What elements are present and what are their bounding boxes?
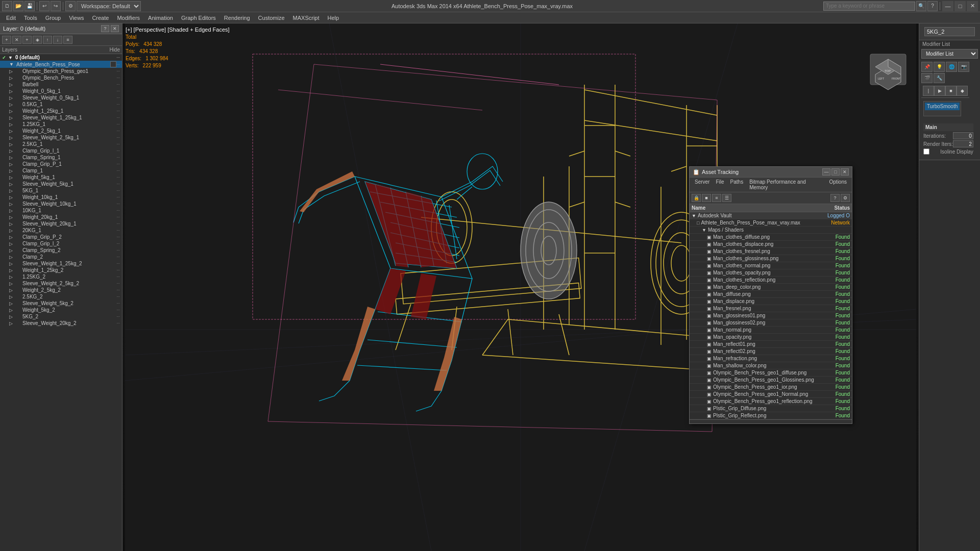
layer-row[interactable]: ▷ Weight_1_25kg_1 ··· xyxy=(0,108,122,114)
layer-row[interactable]: ▷ Sleeve_Weight_1_25kg_2 ··· xyxy=(0,260,122,267)
redo-btn[interactable]: ↪ xyxy=(51,1,61,11)
layers-list[interactable]: ✓ ▼ 0 (default) ··· ▼ Athlete_Bench_Pres… xyxy=(0,54,122,551)
minimize-btn[interactable]: — xyxy=(942,1,953,11)
render-setup-btn[interactable]: ⚙ xyxy=(65,1,76,11)
at-row[interactable]: ▣ Olympic_Bench_Press_geo1_Glossines.png… xyxy=(690,377,852,384)
menu-group[interactable]: Group xyxy=(41,14,65,22)
layer-row[interactable]: ▷ Sleeve_Weight_20kg_2 ··· xyxy=(0,320,122,327)
at-row[interactable]: ▣ Man_clothes_diffuse.png Found xyxy=(690,234,852,241)
layer-sel-btn[interactable]: ◈ xyxy=(33,36,42,44)
layer-move2-btn[interactable]: ↓ xyxy=(53,36,62,44)
search-btn[interactable]: 🔍 xyxy=(916,1,926,11)
maximize-btn[interactable]: □ xyxy=(954,1,966,11)
menu-tools[interactable]: Tools xyxy=(20,14,41,22)
mod-render-btn[interactable]: 🎬 xyxy=(921,73,933,83)
new-btn[interactable]: 🗋 xyxy=(2,1,12,11)
at-row[interactable]: ▣ Man_clothes_glossiness.png Found xyxy=(690,255,852,262)
at-row[interactable]: ▣ Plstic_Grip_Reflect.png Found xyxy=(690,412,852,419)
layer-row[interactable]: ▷ Sleeve_Weight_20kg_1 ··· xyxy=(0,220,122,227)
layer-row[interactable]: ▷ Olympic_Bench_Press_geo1 ··· xyxy=(0,68,122,74)
at-row[interactable]: ▣ Man_fresnel.png Found xyxy=(690,305,852,312)
at-help-btn[interactable]: ? xyxy=(830,194,840,202)
modifier-turbosmooth[interactable]: TurboSmooth xyxy=(925,103,960,110)
menu-modifiers[interactable]: Modifiers xyxy=(113,14,144,22)
mod-tool3[interactable]: ■ xyxy=(945,86,957,96)
at-row[interactable]: ▣ Man_reflect01.png Found xyxy=(690,341,852,348)
layer-row[interactable]: ▷ Weight_2_5kg_2 ··· xyxy=(0,287,122,293)
at-row[interactable]: ▣ Man_glossiness02.png Found xyxy=(690,319,852,327)
mod-util-btn[interactable]: 🔧 xyxy=(934,73,945,83)
at-row[interactable]: □ Athlete_Bench_Press_Pose_max_vray.max … xyxy=(690,219,852,227)
at-row[interactable]: ▼ Autodesk Vault Logged O xyxy=(690,212,852,219)
at-btn4[interactable]: ☰ xyxy=(722,194,731,202)
object-name-field[interactable] xyxy=(924,27,975,36)
layer-row[interactable]: ▷ Sleeve_Weight_2_5kg_2 ··· xyxy=(0,280,122,287)
mod-tool2[interactable]: ▶ xyxy=(934,86,945,96)
at-row[interactable]: ▣ Man_glossiness01.png Found xyxy=(690,312,852,319)
mod-tool1[interactable]: | xyxy=(923,86,934,96)
layer-row[interactable]: ▷ Clamp_Grip_l_1 ··· xyxy=(0,147,122,154)
mod-pin-btn[interactable]: 📌 xyxy=(921,62,933,72)
at-row[interactable]: ▣ Man_clothes_reflection.png Found xyxy=(690,277,852,284)
layer-row[interactable]: ▷ Clamp_Spring_2 ··· xyxy=(0,247,122,254)
layer-row[interactable]: ▷ 20KG_1 ··· xyxy=(0,227,122,234)
layer-del-btn[interactable]: ✕ xyxy=(12,36,21,44)
layer-row[interactable]: ▷ Clamp_Spring_1 ··· xyxy=(0,154,122,161)
layer-row[interactable]: ▷ 5KG_1 ··· xyxy=(0,187,122,194)
workspace-dropdown[interactable]: Workspace: Default xyxy=(77,1,141,11)
menu-rendering[interactable]: Rendering xyxy=(220,14,254,22)
asset-scrollbar[interactable] xyxy=(690,419,852,423)
layer-row[interactable]: ▷ Sleeve_Weight_2_5kg_1 ··· xyxy=(0,134,122,141)
layer-row[interactable]: ▷ Sleeve_Weight_1_25kg_1 ··· xyxy=(0,114,122,121)
iterations-input[interactable] xyxy=(953,132,973,139)
layer-row[interactable]: ▷ Weight_20kg_1 ··· xyxy=(0,214,122,220)
at-menu-options[interactable]: Options xyxy=(826,178,850,191)
layer-row[interactable]: ▷ 2.5KG_2 ··· xyxy=(0,293,122,300)
layer-row[interactable]: ▷ Weight_2_5kg_1 ··· xyxy=(0,128,122,134)
layer-close-btn[interactable]: ✕ xyxy=(111,25,119,32)
render-iters-input[interactable] xyxy=(953,140,973,147)
layer-row[interactable]: ▷ Clamp_2 ··· xyxy=(0,254,122,260)
close-btn[interactable]: ✕ xyxy=(967,1,978,11)
layer-help-btn[interactable]: ? xyxy=(101,25,109,32)
layer-new-btn[interactable]: + xyxy=(2,36,11,44)
layer-row[interactable]: ▷ Clamp_1 ··· xyxy=(0,167,122,174)
layer-add-btn[interactable]: + xyxy=(22,36,32,44)
isoline-checkbox[interactable] xyxy=(923,148,929,155)
at-menu-file[interactable]: File xyxy=(713,178,727,191)
layer-row[interactable]: ▷ Weight_5kg_2 ··· xyxy=(0,307,122,313)
at-row[interactable]: ▣ Olympic_Bench_Press_geo1_diffuse.png F… xyxy=(690,369,852,377)
layer-row[interactable]: ▷ 1.25KG_1 ··· xyxy=(0,121,122,128)
layer-row[interactable]: ▼ Athlete_Bench_Press_Pose ··· xyxy=(0,61,122,68)
menu-customize[interactable]: Customize xyxy=(254,14,289,22)
layer-row[interactable]: ▷ 10KG_1 ··· xyxy=(0,207,122,214)
search-input[interactable] xyxy=(823,2,915,11)
layer-row[interactable]: ▷ Weight_0_5kg_1 ··· xyxy=(0,88,122,94)
save-btn[interactable]: 💾 xyxy=(24,1,35,11)
layer-props-btn[interactable]: ≡ xyxy=(63,36,72,44)
layer-row[interactable]: ▷ Weight_5kg_1 ··· xyxy=(0,174,122,181)
at-row[interactable]: ▣ Man_displace.png Found xyxy=(690,298,852,305)
at-row[interactable]: ▣ Man_opacity.png Found xyxy=(690,334,852,341)
layer-row[interactable]: ▷ Barbell ··· xyxy=(0,81,122,88)
menu-animation[interactable]: Animation xyxy=(144,14,177,22)
open-btn[interactable]: 📂 xyxy=(13,1,23,11)
at-menu-server[interactable]: Server xyxy=(692,178,713,191)
at-close-btn[interactable]: ✕ xyxy=(841,168,849,176)
at-row[interactable]: ▣ Man_deep_color.png Found xyxy=(690,284,852,291)
at-minimize-btn[interactable]: — xyxy=(822,168,830,176)
layer-row[interactable]: ▷ 2.5KG_1 ··· xyxy=(0,141,122,147)
at-row[interactable]: ▣ Man_clothes_fresnel.png Found xyxy=(690,248,852,255)
at-btn2[interactable]: ■ xyxy=(702,194,711,202)
at-row[interactable]: ▣ Olympic_Bench_Press_geo1_ior.png Found xyxy=(690,384,852,391)
viewport[interactable]: TOP LEFT FRONT [+] [Perspective] [Shaded… xyxy=(122,23,919,551)
layer-row[interactable]: ▷ Sleeve_Weight_5kg_2 ··· xyxy=(0,300,122,307)
layer-row[interactable]: ▷ 5KG_2 ··· xyxy=(0,313,122,320)
mod-tool4[interactable]: ◆ xyxy=(957,86,968,96)
at-btn1[interactable]: 🔒 xyxy=(692,194,701,202)
menu-graph-editors[interactable]: Graph Editors xyxy=(177,14,220,22)
at-row[interactable]: ▣ Man_reflect02.png Found xyxy=(690,348,852,355)
at-row[interactable]: ▣ Man_refraction.png Found xyxy=(690,355,852,362)
menu-help[interactable]: Help xyxy=(324,14,344,22)
at-row[interactable]: ▣ Man_diffuse.png Found xyxy=(690,291,852,298)
